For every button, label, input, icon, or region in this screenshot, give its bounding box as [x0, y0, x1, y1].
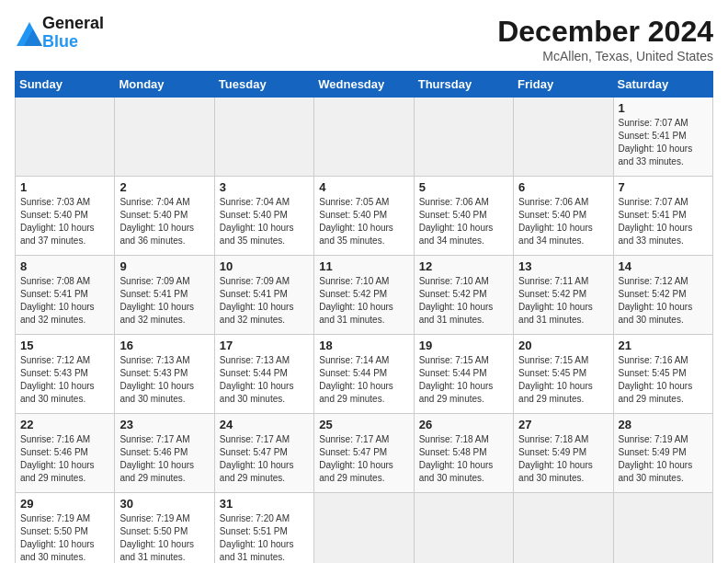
calendar-cell — [514, 493, 613, 564]
day-info: Sunrise: 7:09 AMSunset: 5:41 PMDaylight:… — [119, 275, 209, 327]
calendar-cell: 22Sunrise: 7:16 AMSunset: 5:46 PMDayligh… — [16, 414, 115, 493]
day-number: 9 — [119, 259, 209, 273]
calendar-cell — [314, 98, 414, 177]
day-info: Sunrise: 7:19 AMSunset: 5:50 PMDaylight:… — [20, 512, 109, 563]
logo-icon — [15, 20, 40, 46]
calendar-cell: 30Sunrise: 7:19 AMSunset: 5:50 PMDayligh… — [115, 493, 214, 564]
day-info: Sunrise: 7:15 AMSunset: 5:45 PMDaylight:… — [518, 354, 608, 406]
day-number: 16 — [119, 339, 209, 352]
day-info: Sunrise: 7:04 AMSunset: 5:40 PMDaylight:… — [220, 196, 309, 247]
calendar-cell — [115, 98, 214, 177]
day-number: 23 — [119, 418, 209, 431]
day-info: Sunrise: 7:06 AMSunset: 5:40 PMDaylight:… — [518, 196, 608, 247]
day-number: 4 — [319, 180, 408, 194]
calendar-cell: 18Sunrise: 7:14 AMSunset: 5:44 PMDayligh… — [314, 335, 414, 414]
day-number: 30 — [119, 497, 209, 511]
calendar-cell: 1Sunrise: 7:07 AMSunset: 5:41 PMDaylight… — [613, 98, 712, 177]
day-number: 2 — [119, 180, 209, 194]
day-info: Sunrise: 7:19 AMSunset: 5:50 PMDaylight:… — [119, 512, 209, 563]
day-info: Sunrise: 7:17 AMSunset: 5:47 PMDaylight:… — [319, 433, 408, 485]
calendar-cell: 1Sunrise: 7:03 AMSunset: 5:40 PMDaylight… — [16, 177, 115, 256]
day-number: 14 — [619, 259, 708, 273]
calendar-cell: 31Sunrise: 7:20 AMSunset: 5:51 PMDayligh… — [214, 493, 313, 564]
calendar-week-3: 15Sunrise: 7:12 AMSunset: 5:43 PMDayligh… — [16, 335, 713, 414]
day-number: 15 — [20, 339, 109, 352]
day-number: 18 — [319, 339, 408, 352]
calendar-week-5: 29Sunrise: 7:19 AMSunset: 5:50 PMDayligh… — [16, 493, 713, 564]
header-wednesday: Wednesday — [314, 72, 414, 98]
calendar-cell — [414, 493, 513, 564]
day-number: 11 — [319, 259, 408, 273]
header-monday: Monday — [115, 72, 214, 98]
header-thursday: Thursday — [414, 72, 513, 98]
day-info: Sunrise: 7:20 AMSunset: 5:51 PMDaylight:… — [220, 512, 309, 563]
day-info: Sunrise: 7:08 AMSunset: 5:41 PMDaylight:… — [20, 275, 109, 327]
day-number: 13 — [518, 259, 608, 273]
day-number: 6 — [518, 180, 608, 194]
day-number: 27 — [518, 418, 608, 431]
calendar-cell: 21Sunrise: 7:16 AMSunset: 5:45 PMDayligh… — [613, 335, 712, 414]
calendar-cell: 11Sunrise: 7:10 AMSunset: 5:42 PMDayligh… — [314, 256, 414, 335]
day-number: 24 — [220, 418, 309, 431]
calendar-cell: 27Sunrise: 7:18 AMSunset: 5:49 PMDayligh… — [514, 414, 613, 493]
day-info: Sunrise: 7:18 AMSunset: 5:49 PMDaylight:… — [518, 433, 608, 485]
calendar-header: SundayMondayTuesdayWednesdayThursdayFrid… — [16, 72, 713, 98]
day-info: Sunrise: 7:03 AMSunset: 5:40 PMDaylight:… — [20, 196, 109, 247]
day-number: 22 — [20, 418, 109, 431]
calendar-cell: 3Sunrise: 7:04 AMSunset: 5:40 PMDaylight… — [214, 177, 313, 256]
calendar-cell: 2Sunrise: 7:04 AMSunset: 5:40 PMDaylight… — [115, 177, 214, 256]
logo: General Blue — [15, 15, 104, 52]
location: McAllen, Texas, United States — [497, 49, 713, 63]
calendar-cell: 26Sunrise: 7:18 AMSunset: 5:48 PMDayligh… — [414, 414, 513, 493]
header-friday: Friday — [514, 72, 613, 98]
day-info: Sunrise: 7:07 AMSunset: 5:41 PMDaylight:… — [619, 117, 708, 168]
day-info: Sunrise: 7:10 AMSunset: 5:42 PMDaylight:… — [319, 275, 408, 327]
calendar-week-0: 1Sunrise: 7:07 AMSunset: 5:41 PMDaylight… — [16, 98, 713, 177]
day-number: 7 — [619, 180, 708, 194]
day-info: Sunrise: 7:10 AMSunset: 5:42 PMDaylight:… — [419, 275, 508, 327]
day-number: 5 — [419, 180, 508, 194]
month-title: December 2024 — [497, 15, 713, 49]
calendar-cell: 5Sunrise: 7:06 AMSunset: 5:40 PMDaylight… — [414, 177, 513, 256]
day-number: 25 — [319, 418, 408, 431]
day-info: Sunrise: 7:13 AMSunset: 5:43 PMDaylight:… — [119, 354, 209, 406]
day-info: Sunrise: 7:04 AMSunset: 5:40 PMDaylight:… — [119, 196, 209, 247]
day-number: 31 — [220, 497, 309, 511]
calendar-cell — [613, 493, 712, 564]
calendar-cell: 10Sunrise: 7:09 AMSunset: 5:41 PMDayligh… — [214, 256, 313, 335]
calendar-week-2: 8Sunrise: 7:08 AMSunset: 5:41 PMDaylight… — [16, 256, 713, 335]
logo-text-line2: Blue — [42, 33, 104, 52]
day-number: 29 — [20, 497, 109, 511]
calendar-cell: 12Sunrise: 7:10 AMSunset: 5:42 PMDayligh… — [414, 256, 513, 335]
calendar-cell: 24Sunrise: 7:17 AMSunset: 5:47 PMDayligh… — [214, 414, 313, 493]
calendar-cell: 8Sunrise: 7:08 AMSunset: 5:41 PMDaylight… — [16, 256, 115, 335]
calendar-cell: 17Sunrise: 7:13 AMSunset: 5:44 PMDayligh… — [214, 335, 313, 414]
calendar-cell: 15Sunrise: 7:12 AMSunset: 5:43 PMDayligh… — [16, 335, 115, 414]
day-number: 1 — [619, 101, 708, 115]
day-info: Sunrise: 7:11 AMSunset: 5:42 PMDaylight:… — [518, 275, 608, 327]
day-info: Sunrise: 7:07 AMSunset: 5:41 PMDaylight:… — [619, 196, 708, 247]
calendar-cell: 20Sunrise: 7:15 AMSunset: 5:45 PMDayligh… — [514, 335, 613, 414]
day-number: 12 — [419, 259, 508, 273]
header-tuesday: Tuesday — [214, 72, 313, 98]
calendar-cell — [414, 98, 513, 177]
calendar-cell: 29Sunrise: 7:19 AMSunset: 5:50 PMDayligh… — [16, 493, 115, 564]
calendar-cell: 14Sunrise: 7:12 AMSunset: 5:42 PMDayligh… — [613, 256, 712, 335]
day-info: Sunrise: 7:16 AMSunset: 5:45 PMDaylight:… — [619, 354, 708, 406]
day-info: Sunrise: 7:18 AMSunset: 5:48 PMDaylight:… — [419, 433, 508, 485]
calendar-cell — [314, 493, 414, 564]
calendar-cell: 23Sunrise: 7:17 AMSunset: 5:46 PMDayligh… — [115, 414, 214, 493]
calendar-cell: 9Sunrise: 7:09 AMSunset: 5:41 PMDaylight… — [115, 256, 214, 335]
day-info: Sunrise: 7:14 AMSunset: 5:44 PMDaylight:… — [319, 354, 408, 406]
day-number: 26 — [419, 418, 508, 431]
page-header: General Blue December 2024 McAllen, Texa… — [15, 15, 713, 63]
day-number: 21 — [619, 339, 708, 352]
day-number: 1 — [20, 180, 109, 194]
day-number: 10 — [220, 259, 309, 273]
calendar-cell: 13Sunrise: 7:11 AMSunset: 5:42 PMDayligh… — [514, 256, 613, 335]
day-info: Sunrise: 7:09 AMSunset: 5:41 PMDaylight:… — [220, 275, 309, 327]
calendar-week-1: 1Sunrise: 7:03 AMSunset: 5:40 PMDaylight… — [16, 177, 713, 256]
calendar-cell — [16, 98, 115, 177]
calendar-cell: 28Sunrise: 7:19 AMSunset: 5:49 PMDayligh… — [613, 414, 712, 493]
day-number: 3 — [220, 180, 309, 194]
